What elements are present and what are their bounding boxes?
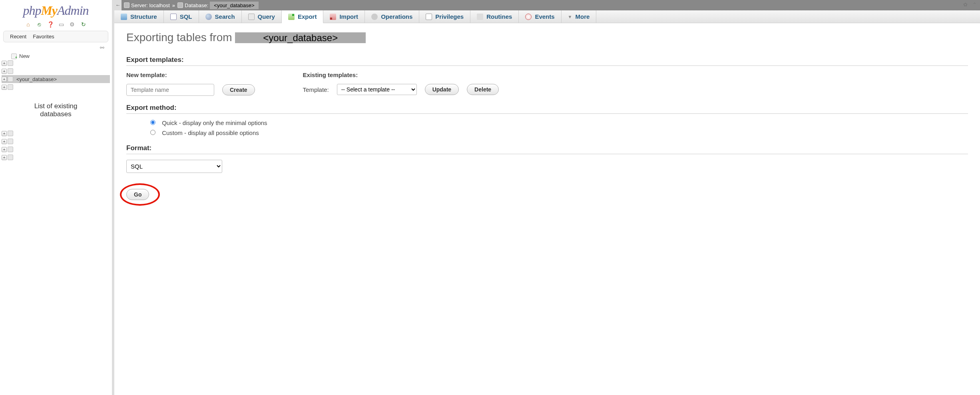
page-settings-icon[interactable]: ✿	[963, 2, 968, 8]
export-icon	[288, 14, 295, 20]
tree-caption-line1: List of existing	[2, 102, 110, 110]
bc-server[interactable]: Server: localhost	[131, 2, 170, 8]
tree-new[interactable]: New	[2, 53, 110, 59]
section-export-method: Export method:	[126, 104, 968, 114]
radio-quick[interactable]: Quick - display only the minimal options	[150, 119, 968, 126]
collapse-top-icon[interactable]: ⌃	[972, 2, 977, 8]
tree-new-label: New	[19, 53, 30, 59]
operations-icon	[371, 14, 378, 20]
tab-more[interactable]: ▼More	[562, 10, 597, 23]
tab-import[interactable]: Import	[323, 10, 365, 23]
logo-admin: Admin	[57, 3, 89, 18]
tree-db-label: <your_database>	[15, 76, 58, 82]
breadcrumb: ← Server: localhost » Database: <your_da…	[114, 0, 980, 10]
bc-sep: »	[172, 2, 175, 8]
logo-php: php	[23, 3, 41, 18]
database-icon	[8, 131, 13, 136]
database-icon	[177, 2, 183, 8]
database-icon	[8, 155, 13, 160]
events-icon	[525, 14, 532, 20]
template-select-label: Template:	[303, 86, 329, 93]
expand-icon[interactable]: +	[2, 85, 7, 90]
database-icon	[8, 76, 13, 82]
expand-icon[interactable]: +	[2, 131, 7, 136]
page-title: Exporting tables from <your_database>	[126, 31, 968, 44]
tab-routines[interactable]: Routines	[470, 10, 519, 23]
tab-privileges[interactable]: Privileges	[419, 10, 470, 23]
database-icon	[8, 139, 13, 144]
home-icon[interactable]: ⌂	[25, 21, 31, 28]
server-icon	[124, 2, 129, 8]
update-button[interactable]: Update	[425, 84, 459, 95]
create-button[interactable]: Create	[222, 84, 255, 95]
tree-db-item-selected[interactable]: + <your_database>	[2, 75, 110, 83]
back-icon[interactable]: ←	[114, 0, 122, 10]
expand-icon[interactable]: +	[2, 77, 7, 82]
tab-export[interactable]: Export	[282, 10, 324, 23]
tree-db-item[interactable]: +	[2, 145, 110, 153]
sql-query-icon[interactable]: ▭	[58, 21, 64, 28]
top-tabs: Structure SQL Search Query Export Import…	[114, 10, 980, 23]
tree-db-item[interactable]: +	[2, 129, 110, 137]
go-button[interactable]: Go	[126, 189, 149, 200]
page-title-db: <your_database>	[235, 32, 366, 43]
recent-tab[interactable]: Recent	[7, 33, 30, 40]
database-icon	[8, 60, 13, 66]
radio-custom-input[interactable]	[150, 130, 155, 135]
tree-db-item[interactable]: +	[2, 137, 110, 145]
expand-icon[interactable]: +	[2, 61, 7, 66]
logo[interactable]: phpMyAdmin	[0, 0, 112, 20]
expand-icon[interactable]: +	[2, 69, 7, 74]
radio-quick-input[interactable]	[150, 120, 155, 125]
tree-db-item[interactable]: +	[2, 83, 110, 91]
structure-icon	[121, 14, 127, 20]
bc-database-chip: <your_database>	[210, 2, 258, 9]
link-icon[interactable]: ⚯	[100, 45, 104, 51]
chevron-down-icon: ▼	[568, 14, 572, 19]
sql-icon	[170, 14, 177, 20]
reload-icon[interactable]: ↻	[80, 21, 87, 28]
expand-icon[interactable]: +	[2, 155, 7, 160]
radio-custom[interactable]: Custom - display all possible options	[150, 129, 968, 136]
tab-sql[interactable]: SQL	[164, 10, 199, 23]
logo-my: My	[41, 3, 57, 18]
docs-icon[interactable]: ❓	[47, 21, 54, 28]
search-icon	[205, 14, 212, 20]
tab-events[interactable]: Events	[519, 10, 561, 23]
logout-icon[interactable]: ⎋	[36, 21, 42, 28]
bc-database[interactable]: Database:	[185, 2, 208, 8]
format-select[interactable]: SQL	[126, 160, 222, 173]
import-icon	[330, 14, 336, 20]
database-icon	[8, 147, 13, 152]
tab-operations[interactable]: Operations	[365, 10, 419, 23]
new-template-label: New template:	[126, 71, 255, 78]
delete-button[interactable]: Delete	[467, 84, 499, 95]
existing-templates-label: Existing templates:	[303, 71, 499, 78]
new-db-icon	[11, 54, 17, 59]
tree-caption-line2: databases	[2, 110, 110, 118]
tab-structure[interactable]: Structure	[114, 10, 164, 23]
query-icon	[248, 14, 255, 20]
template-select[interactable]: -- Select a template --	[337, 84, 417, 95]
routines-icon	[477, 14, 483, 20]
tree-db-item[interactable]: +	[2, 59, 110, 67]
tab-query[interactable]: Query	[242, 10, 282, 23]
tree-db-item[interactable]: +	[2, 67, 110, 75]
privileges-icon	[426, 14, 432, 20]
tree-db-item[interactable]: +	[2, 153, 110, 161]
settings-icon[interactable]: ⚙	[69, 21, 76, 28]
section-format: Format:	[126, 144, 968, 154]
database-icon	[8, 68, 13, 74]
favorites-tab[interactable]: Favorites	[30, 33, 57, 40]
section-export-templates: Export templates:	[126, 56, 968, 66]
database-icon	[8, 84, 13, 90]
tab-search[interactable]: Search	[199, 10, 242, 23]
template-name-input[interactable]	[126, 84, 214, 96]
expand-icon[interactable]: +	[2, 139, 7, 144]
expand-icon[interactable]: +	[2, 147, 7, 152]
